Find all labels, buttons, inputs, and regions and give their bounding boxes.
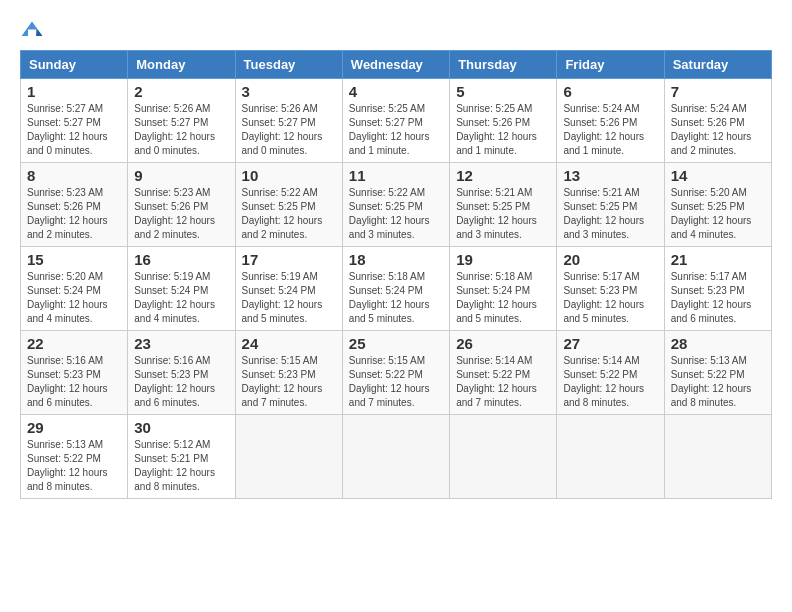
calendar-day: 30Sunrise: 5:12 AM Sunset: 5:21 PM Dayli…: [128, 415, 235, 499]
day-info: Sunrise: 5:27 AM Sunset: 5:27 PM Dayligh…: [27, 102, 121, 158]
calendar-day: 1Sunrise: 5:27 AM Sunset: 5:27 PM Daylig…: [21, 79, 128, 163]
day-info: Sunrise: 5:15 AM Sunset: 5:23 PM Dayligh…: [242, 354, 336, 410]
logo-icon: [20, 20, 44, 40]
day-info: Sunrise: 5:25 AM Sunset: 5:27 PM Dayligh…: [349, 102, 443, 158]
day-info: Sunrise: 5:24 AM Sunset: 5:26 PM Dayligh…: [563, 102, 657, 158]
day-info: Sunrise: 5:26 AM Sunset: 5:27 PM Dayligh…: [134, 102, 228, 158]
day-number: 29: [27, 419, 121, 436]
day-info: Sunrise: 5:25 AM Sunset: 5:26 PM Dayligh…: [456, 102, 550, 158]
calendar-day: 11Sunrise: 5:22 AM Sunset: 5:25 PM Dayli…: [342, 163, 449, 247]
day-number: 2: [134, 83, 228, 100]
calendar-week-3: 15Sunrise: 5:20 AM Sunset: 5:24 PM Dayli…: [21, 247, 772, 331]
calendar-day: 5Sunrise: 5:25 AM Sunset: 5:26 PM Daylig…: [450, 79, 557, 163]
day-number: 30: [134, 419, 228, 436]
page-header: [20, 20, 772, 40]
column-header-friday: Friday: [557, 51, 664, 79]
day-number: 8: [27, 167, 121, 184]
day-number: 17: [242, 251, 336, 268]
day-number: 27: [563, 335, 657, 352]
calendar-day: 18Sunrise: 5:18 AM Sunset: 5:24 PM Dayli…: [342, 247, 449, 331]
calendar-day: 26Sunrise: 5:14 AM Sunset: 5:22 PM Dayli…: [450, 331, 557, 415]
day-info: Sunrise: 5:17 AM Sunset: 5:23 PM Dayligh…: [671, 270, 765, 326]
calendar-day: 10Sunrise: 5:22 AM Sunset: 5:25 PM Dayli…: [235, 163, 342, 247]
calendar-day: 22Sunrise: 5:16 AM Sunset: 5:23 PM Dayli…: [21, 331, 128, 415]
day-info: Sunrise: 5:23 AM Sunset: 5:26 PM Dayligh…: [27, 186, 121, 242]
day-info: Sunrise: 5:13 AM Sunset: 5:22 PM Dayligh…: [27, 438, 121, 494]
calendar-week-2: 8Sunrise: 5:23 AM Sunset: 5:26 PM Daylig…: [21, 163, 772, 247]
day-number: 25: [349, 335, 443, 352]
day-number: 3: [242, 83, 336, 100]
day-info: Sunrise: 5:16 AM Sunset: 5:23 PM Dayligh…: [134, 354, 228, 410]
calendar-day: 3Sunrise: 5:26 AM Sunset: 5:27 PM Daylig…: [235, 79, 342, 163]
day-info: Sunrise: 5:22 AM Sunset: 5:25 PM Dayligh…: [242, 186, 336, 242]
day-info: Sunrise: 5:22 AM Sunset: 5:25 PM Dayligh…: [349, 186, 443, 242]
day-number: 12: [456, 167, 550, 184]
calendar-day: 28Sunrise: 5:13 AM Sunset: 5:22 PM Dayli…: [664, 331, 771, 415]
day-info: Sunrise: 5:13 AM Sunset: 5:22 PM Dayligh…: [671, 354, 765, 410]
day-info: Sunrise: 5:16 AM Sunset: 5:23 PM Dayligh…: [27, 354, 121, 410]
day-info: Sunrise: 5:24 AM Sunset: 5:26 PM Dayligh…: [671, 102, 765, 158]
day-number: 15: [27, 251, 121, 268]
column-header-thursday: Thursday: [450, 51, 557, 79]
day-number: 6: [563, 83, 657, 100]
calendar-day: 9Sunrise: 5:23 AM Sunset: 5:26 PM Daylig…: [128, 163, 235, 247]
column-header-saturday: Saturday: [664, 51, 771, 79]
day-number: 14: [671, 167, 765, 184]
calendar-day: [557, 415, 664, 499]
day-number: 28: [671, 335, 765, 352]
calendar-day: 8Sunrise: 5:23 AM Sunset: 5:26 PM Daylig…: [21, 163, 128, 247]
day-info: Sunrise: 5:14 AM Sunset: 5:22 PM Dayligh…: [563, 354, 657, 410]
day-info: Sunrise: 5:14 AM Sunset: 5:22 PM Dayligh…: [456, 354, 550, 410]
calendar-day: 15Sunrise: 5:20 AM Sunset: 5:24 PM Dayli…: [21, 247, 128, 331]
calendar-day: 4Sunrise: 5:25 AM Sunset: 5:27 PM Daylig…: [342, 79, 449, 163]
calendar-day: 21Sunrise: 5:17 AM Sunset: 5:23 PM Dayli…: [664, 247, 771, 331]
calendar-day: 2Sunrise: 5:26 AM Sunset: 5:27 PM Daylig…: [128, 79, 235, 163]
day-info: Sunrise: 5:12 AM Sunset: 5:21 PM Dayligh…: [134, 438, 228, 494]
calendar-day: 16Sunrise: 5:19 AM Sunset: 5:24 PM Dayli…: [128, 247, 235, 331]
day-number: 13: [563, 167, 657, 184]
day-number: 18: [349, 251, 443, 268]
day-info: Sunrise: 5:18 AM Sunset: 5:24 PM Dayligh…: [349, 270, 443, 326]
day-number: 26: [456, 335, 550, 352]
calendar-day: 6Sunrise: 5:24 AM Sunset: 5:26 PM Daylig…: [557, 79, 664, 163]
calendar-day: 23Sunrise: 5:16 AM Sunset: 5:23 PM Dayli…: [128, 331, 235, 415]
calendar-day: [664, 415, 771, 499]
day-info: Sunrise: 5:15 AM Sunset: 5:22 PM Dayligh…: [349, 354, 443, 410]
column-header-monday: Monday: [128, 51, 235, 79]
day-info: Sunrise: 5:18 AM Sunset: 5:24 PM Dayligh…: [456, 270, 550, 326]
calendar-day: [450, 415, 557, 499]
calendar-day: 14Sunrise: 5:20 AM Sunset: 5:25 PM Dayli…: [664, 163, 771, 247]
calendar-week-4: 22Sunrise: 5:16 AM Sunset: 5:23 PM Dayli…: [21, 331, 772, 415]
column-header-wednesday: Wednesday: [342, 51, 449, 79]
day-info: Sunrise: 5:20 AM Sunset: 5:24 PM Dayligh…: [27, 270, 121, 326]
day-number: 21: [671, 251, 765, 268]
calendar-day: 27Sunrise: 5:14 AM Sunset: 5:22 PM Dayli…: [557, 331, 664, 415]
day-info: Sunrise: 5:23 AM Sunset: 5:26 PM Dayligh…: [134, 186, 228, 242]
day-info: Sunrise: 5:26 AM Sunset: 5:27 PM Dayligh…: [242, 102, 336, 158]
day-info: Sunrise: 5:19 AM Sunset: 5:24 PM Dayligh…: [242, 270, 336, 326]
day-number: 7: [671, 83, 765, 100]
calendar-day: 25Sunrise: 5:15 AM Sunset: 5:22 PM Dayli…: [342, 331, 449, 415]
day-info: Sunrise: 5:21 AM Sunset: 5:25 PM Dayligh…: [456, 186, 550, 242]
logo: [20, 20, 48, 40]
day-number: 10: [242, 167, 336, 184]
day-number: 24: [242, 335, 336, 352]
day-number: 19: [456, 251, 550, 268]
day-number: 22: [27, 335, 121, 352]
calendar-day: [235, 415, 342, 499]
day-number: 9: [134, 167, 228, 184]
calendar-day: 12Sunrise: 5:21 AM Sunset: 5:25 PM Dayli…: [450, 163, 557, 247]
calendar-day: 17Sunrise: 5:19 AM Sunset: 5:24 PM Dayli…: [235, 247, 342, 331]
calendar-day: [342, 415, 449, 499]
day-number: 20: [563, 251, 657, 268]
calendar-table: SundayMondayTuesdayWednesdayThursdayFrid…: [20, 50, 772, 499]
day-number: 16: [134, 251, 228, 268]
day-number: 1: [27, 83, 121, 100]
day-number: 4: [349, 83, 443, 100]
calendar-day: 20Sunrise: 5:17 AM Sunset: 5:23 PM Dayli…: [557, 247, 664, 331]
day-info: Sunrise: 5:19 AM Sunset: 5:24 PM Dayligh…: [134, 270, 228, 326]
header-row: SundayMondayTuesdayWednesdayThursdayFrid…: [21, 51, 772, 79]
calendar-week-1: 1Sunrise: 5:27 AM Sunset: 5:27 PM Daylig…: [21, 79, 772, 163]
calendar-day: 13Sunrise: 5:21 AM Sunset: 5:25 PM Dayli…: [557, 163, 664, 247]
day-info: Sunrise: 5:17 AM Sunset: 5:23 PM Dayligh…: [563, 270, 657, 326]
